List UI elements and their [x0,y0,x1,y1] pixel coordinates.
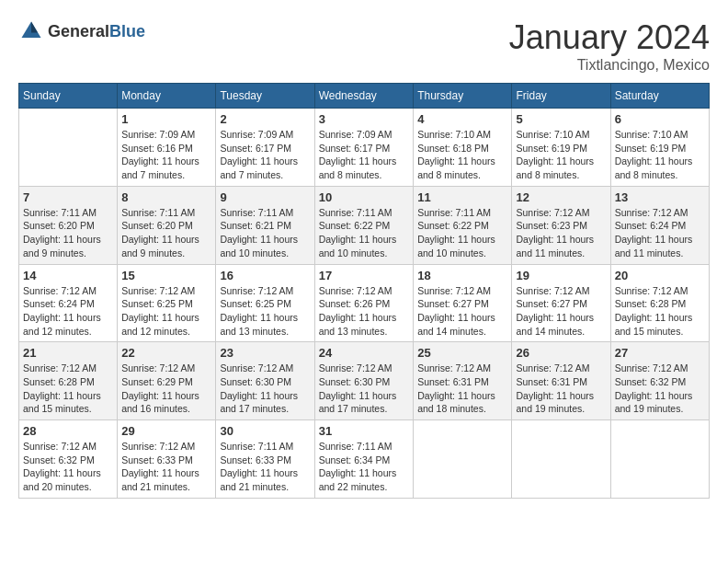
day-number: 26 [516,346,606,360]
day-number: 28 [23,424,113,438]
day-info: Sunrise: 7:12 AMSunset: 6:25 PMDaylight:… [220,284,310,339]
day-number: 2 [220,112,310,126]
logo: GeneralBlue [18,18,145,44]
calendar-cell: 9Sunrise: 7:11 AMSunset: 6:21 PMDaylight… [216,186,314,264]
day-info: Sunrise: 7:09 AMSunset: 6:17 PMDaylight:… [319,128,410,182]
day-info: Sunrise: 7:12 AMSunset: 6:24 PMDaylight:… [23,284,113,339]
calendar-cell: 25Sunrise: 7:12 AMSunset: 6:31 PMDayligh… [414,342,512,420]
day-number: 4 [417,112,507,126]
calendar-cell: 30Sunrise: 7:11 AMSunset: 6:33 PMDayligh… [216,420,314,499]
day-number: 18 [417,269,507,282]
day-number: 9 [220,190,310,204]
day-number: 5 [516,112,606,126]
calendar-cell: 13Sunrise: 7:12 AMSunset: 6:24 PMDayligh… [610,186,709,264]
calendar-cell: 4Sunrise: 7:10 AMSunset: 6:18 PMDaylight… [414,109,512,187]
day-info: Sunrise: 7:12 AMSunset: 6:30 PMDaylight:… [319,362,410,416]
day-number: 21 [23,346,113,360]
day-info: Sunrise: 7:11 AMSunset: 6:34 PMDaylight:… [319,440,410,494]
day-number: 27 [615,346,705,360]
calendar-cell: 11Sunrise: 7:11 AMSunset: 6:22 PMDayligh… [414,186,512,264]
day-info: Sunrise: 7:12 AMSunset: 6:31 PMDaylight:… [516,362,606,416]
day-number: 10 [319,190,410,204]
page-header: GeneralBlue January 2024 Tixtlancingo, M… [18,18,710,74]
calendar-cell: 22Sunrise: 7:12 AMSunset: 6:29 PMDayligh… [118,342,216,420]
day-info: Sunrise: 7:12 AMSunset: 6:28 PMDaylight:… [615,284,705,339]
day-number: 25 [417,346,507,360]
day-info: Sunrise: 7:10 AMSunset: 6:19 PMDaylight:… [615,128,705,182]
day-number: 6 [615,112,705,126]
day-number: 1 [121,112,211,126]
day-info: Sunrise: 7:09 AMSunset: 6:17 PMDaylight:… [220,128,310,182]
calendar-cell: 2Sunrise: 7:09 AMSunset: 6:17 PMDaylight… [216,109,314,187]
calendar-cell: 7Sunrise: 7:11 AMSunset: 6:20 PMDaylight… [19,186,118,264]
calendar-cell: 18Sunrise: 7:12 AMSunset: 6:27 PMDayligh… [414,264,512,342]
day-header-sunday: Sunday [19,84,118,109]
week-row-1: 1Sunrise: 7:09 AMSunset: 6:16 PMDaylight… [19,109,710,187]
day-number: 3 [319,112,410,126]
calendar-cell: 31Sunrise: 7:11 AMSunset: 6:34 PMDayligh… [314,420,414,499]
day-header-friday: Friday [512,84,610,109]
day-info: Sunrise: 7:12 AMSunset: 6:23 PMDaylight:… [516,206,606,260]
day-number: 8 [121,190,211,204]
calendar-cell: 6Sunrise: 7:10 AMSunset: 6:19 PMDaylight… [610,109,709,187]
calendar-cell: 20Sunrise: 7:12 AMSunset: 6:28 PMDayligh… [610,264,709,342]
week-row-3: 14Sunrise: 7:12 AMSunset: 6:24 PMDayligh… [19,264,710,342]
calendar-cell: 24Sunrise: 7:12 AMSunset: 6:30 PMDayligh… [314,342,414,420]
calendar-cell: 17Sunrise: 7:12 AMSunset: 6:26 PMDayligh… [314,264,414,342]
day-info: Sunrise: 7:12 AMSunset: 6:27 PMDaylight:… [516,284,606,339]
day-number: 22 [121,346,211,360]
day-info: Sunrise: 7:12 AMSunset: 6:25 PMDaylight:… [121,284,211,339]
calendar-cell: 16Sunrise: 7:12 AMSunset: 6:25 PMDayligh… [216,264,314,342]
calendar-cell: 19Sunrise: 7:12 AMSunset: 6:27 PMDayligh… [512,264,610,342]
calendar-cell: 8Sunrise: 7:11 AMSunset: 6:20 PMDaylight… [118,186,216,264]
day-info: Sunrise: 7:10 AMSunset: 6:19 PMDaylight:… [516,128,606,182]
calendar-cell [610,420,709,499]
day-number: 31 [319,424,410,438]
calendar-cell: 1Sunrise: 7:09 AMSunset: 6:16 PMDaylight… [118,109,216,187]
calendar-cell: 10Sunrise: 7:11 AMSunset: 6:22 PMDayligh… [314,186,414,264]
day-info: Sunrise: 7:12 AMSunset: 6:30 PMDaylight:… [220,362,310,416]
day-info: Sunrise: 7:12 AMSunset: 6:24 PMDaylight:… [615,206,705,260]
calendar-cell: 12Sunrise: 7:12 AMSunset: 6:23 PMDayligh… [512,186,610,264]
day-info: Sunrise: 7:12 AMSunset: 6:32 PMDaylight:… [615,362,705,416]
week-row-2: 7Sunrise: 7:11 AMSunset: 6:20 PMDaylight… [19,186,710,264]
calendar-cell: 23Sunrise: 7:12 AMSunset: 6:30 PMDayligh… [216,342,314,420]
logo-text: GeneralBlue [48,22,145,41]
logo-icon [18,18,44,44]
day-info: Sunrise: 7:09 AMSunset: 6:16 PMDaylight:… [121,128,211,182]
day-number: 20 [615,269,705,282]
calendar-cell: 21Sunrise: 7:12 AMSunset: 6:28 PMDayligh… [19,342,118,420]
calendar-cell: 3Sunrise: 7:09 AMSunset: 6:17 PMDaylight… [314,109,414,187]
day-info: Sunrise: 7:11 AMSunset: 6:21 PMDaylight:… [220,206,310,260]
calendar-cell [414,420,512,499]
day-number: 12 [516,190,606,204]
day-number: 17 [319,269,410,282]
day-number: 11 [417,190,507,204]
day-info: Sunrise: 7:12 AMSunset: 6:26 PMDaylight:… [319,284,410,339]
day-header-thursday: Thursday [414,84,512,109]
day-number: 15 [121,269,211,282]
day-number: 7 [23,190,113,204]
calendar-cell: 15Sunrise: 7:12 AMSunset: 6:25 PMDayligh… [118,264,216,342]
week-row-4: 21Sunrise: 7:12 AMSunset: 6:28 PMDayligh… [19,342,710,420]
day-info: Sunrise: 7:12 AMSunset: 6:33 PMDaylight:… [121,440,211,494]
day-header-saturday: Saturday [610,84,709,109]
svg-marker-1 [31,22,38,33]
calendar-table: SundayMondayTuesdayWednesdayThursdayFrid… [18,83,710,499]
day-header-wednesday: Wednesday [314,84,414,109]
day-info: Sunrise: 7:10 AMSunset: 6:18 PMDaylight:… [417,128,507,182]
day-number: 29 [121,424,211,438]
day-number: 30 [220,424,310,438]
day-info: Sunrise: 7:11 AMSunset: 6:22 PMDaylight:… [319,206,410,260]
day-info: Sunrise: 7:11 AMSunset: 6:22 PMDaylight:… [417,206,507,260]
day-info: Sunrise: 7:12 AMSunset: 6:32 PMDaylight:… [23,440,113,494]
title-section: January 2024 Tixtlancingo, Mexico [509,18,710,74]
day-info: Sunrise: 7:11 AMSunset: 6:33 PMDaylight:… [220,440,310,494]
calendar-cell: 5Sunrise: 7:10 AMSunset: 6:19 PMDaylight… [512,109,610,187]
day-header-tuesday: Tuesday [216,84,314,109]
day-number: 19 [516,269,606,282]
day-info: Sunrise: 7:12 AMSunset: 6:31 PMDaylight:… [417,362,507,416]
day-number: 14 [23,269,113,282]
day-number: 23 [220,346,310,360]
logo-general: General [48,22,109,40]
